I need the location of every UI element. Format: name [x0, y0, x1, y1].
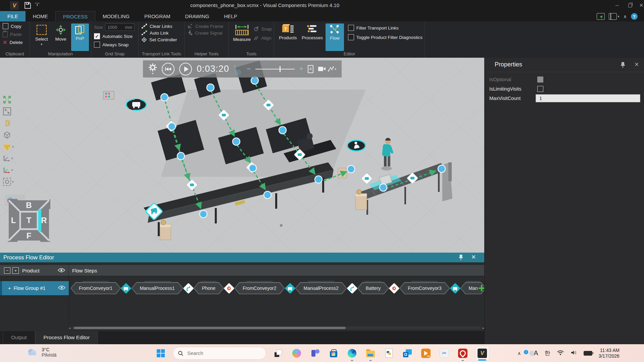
- collapse-all-button[interactable]: −: [4, 267, 10, 274]
- nav-top-label[interactable]: T: [27, 216, 32, 225]
- robot-process-icon[interactable]: [347, 283, 358, 294]
- maxvisitcount-input[interactable]: [536, 94, 640, 102]
- visibility-all-icon[interactable]: [58, 268, 65, 273]
- help-icon[interactable]: ?: [631, 13, 638, 20]
- visual-components-button[interactable]: V: [475, 347, 490, 360]
- origin-frame-button[interactable]: ▾: [3, 166, 13, 174]
- flow-node[interactable]: [207, 84, 214, 91]
- tab-output[interactable]: Output: [3, 331, 35, 344]
- flow-node[interactable]: [315, 176, 322, 183]
- flow-node[interactable]: [161, 94, 168, 101]
- copilot-button[interactable]: [290, 347, 303, 360]
- speed-increase-icon[interactable]: +: [299, 65, 303, 73]
- transport-link-icon[interactable]: [450, 283, 461, 294]
- acrobat-button[interactable]: [456, 347, 469, 360]
- flow-node[interactable]: [233, 138, 240, 145]
- search-input[interactable]: [187, 350, 255, 356]
- move-button[interactable]: Move: [52, 23, 69, 51]
- collapse-ribbon-icon[interactable]: ∧: [624, 14, 627, 19]
- teams-button[interactable]: [309, 347, 321, 360]
- nav-front-label[interactable]: F: [27, 231, 32, 240]
- volume-icon[interactable]: [571, 350, 577, 357]
- clear-links-button[interactable]: Clear Links: [141, 23, 182, 29]
- edge-button[interactable]: [346, 347, 358, 360]
- pfe-horizontal-scrollbar[interactable]: ◂ ▸: [69, 326, 484, 330]
- ribbon-tab-home[interactable]: HOME: [26, 11, 55, 21]
- ime-korean-indicator[interactable]: 한: [545, 349, 550, 357]
- restore-layout-icon[interactable]: [597, 13, 605, 20]
- flow-node[interactable]: [249, 164, 256, 172]
- taskbar-search[interactable]: [173, 347, 266, 360]
- flow-group-plus-icon[interactable]: +: [8, 286, 11, 291]
- toggle-product-filter-diagnostics-checkbox[interactable]: Toggle Product Filter Diagnostics: [348, 34, 423, 40]
- robot-process-icon[interactable]: [183, 283, 194, 294]
- flow-node[interactable]: [279, 126, 286, 134]
- speed-decrease-icon[interactable]: −: [247, 65, 251, 73]
- flow-node[interactable]: [347, 165, 355, 173]
- play-button[interactable]: [179, 63, 192, 75]
- ribbon-tab-help[interactable]: HELP: [217, 11, 245, 21]
- save-icon[interactable]: [23, 1, 32, 9]
- battery-icon[interactable]: [584, 351, 592, 356]
- add-flow-step-button[interactable]: +: [478, 283, 484, 293]
- simulation-speed[interactable]: x 10: [234, 62, 242, 76]
- collapsed-lane-pill[interactable]: [245, 281, 274, 281]
- measure-button[interactable]: Measure: [232, 23, 252, 51]
- flow-step[interactable]: ManualProcess1: [131, 282, 183, 294]
- fit-view-button[interactable]: [3, 95, 11, 104]
- scroll-right-icon[interactable]: ▸: [483, 326, 484, 330]
- file-explorer-button[interactable]: [364, 347, 377, 360]
- outlook-button[interactable]: [401, 347, 414, 360]
- ribbon-tab-process[interactable]: PROCESS: [55, 11, 95, 21]
- pfe-pin-icon[interactable]: [458, 254, 463, 261]
- window-layout-icon[interactable]: [609, 13, 617, 20]
- record-video-icon[interactable]: [318, 67, 324, 71]
- copy-button[interactable]: Copy: [3, 23, 28, 29]
- properties-close-icon[interactable]: ✕: [634, 61, 639, 68]
- filter-transport-links-checkbox[interactable]: Filter Transport Links: [348, 25, 423, 31]
- pfe-close-icon[interactable]: ✕: [471, 254, 476, 261]
- product-filter-icon[interactable]: ✕: [389, 283, 400, 294]
- export-pdf-icon[interactable]: A: [308, 65, 313, 73]
- collapsed-lane-pill[interactable]: [363, 281, 384, 281]
- scroll-left-icon[interactable]: ◂: [69, 326, 70, 330]
- flow-node[interactable]: [438, 165, 445, 172]
- flow-step[interactable]: ManualProcess2: [295, 282, 347, 294]
- select-button[interactable]: Select ▾: [33, 23, 50, 51]
- visibility-icon[interactable]: [58, 286, 65, 291]
- weather-widget[interactable]: 3°CPilvistä: [26, 347, 56, 358]
- flow-node[interactable]: [168, 123, 176, 130]
- app-logo-icon[interactable]: V: [10, 1, 19, 10]
- python-file-button[interactable]: [383, 347, 395, 360]
- wifi-icon[interactable]: [557, 350, 564, 357]
- clock[interactable]: 11:43 AM3/17/2026: [599, 348, 620, 359]
- simulation-settings-button[interactable]: ▾: [148, 63, 157, 75]
- ribbon-tab-drawing[interactable]: DRAWING: [178, 11, 217, 21]
- set-controller-button[interactable]: Set Controller: [141, 37, 182, 43]
- select-dropdown-icon[interactable]: ▾: [41, 43, 42, 45]
- collapsed-lane-pill[interactable]: [306, 281, 336, 281]
- collapsed-lane-pill[interactable]: [410, 281, 439, 281]
- islimitingvisits-checkbox[interactable]: [537, 86, 543, 92]
- product-filter-icon[interactable]: ✕: [224, 283, 235, 294]
- simulation-mode-button[interactable]: ▾: [328, 66, 336, 72]
- collapsed-lane-pill[interactable]: [143, 281, 172, 281]
- nav-back-label[interactable]: B: [26, 201, 32, 210]
- products-button[interactable]: T Products: [277, 23, 299, 51]
- flow-node[interactable]: [251, 77, 258, 84]
- wireframe-render-button[interactable]: [3, 131, 11, 139]
- flow-button[interactable]: Flow: [326, 23, 344, 51]
- frame-display-button[interactable]: ▾: [3, 154, 13, 163]
- collapsed-lane-pill[interactable]: [199, 281, 218, 281]
- delete-button[interactable]: ✕Delete: [3, 39, 28, 46]
- flow-step[interactable]: FromConveyor3: [399, 282, 450, 294]
- flow-step[interactable]: FromConveyor2: [234, 282, 285, 294]
- tray-chevron-up-icon[interactable]: ∧: [517, 351, 521, 356]
- transport-link-icon[interactable]: [121, 283, 132, 294]
- tab-process-flow-editor[interactable]: Process Flow Editor: [35, 331, 98, 344]
- microsoft-store-button[interactable]: [327, 347, 340, 360]
- ribbon-tab-program[interactable]: PROGRAM: [137, 11, 178, 21]
- processes-button[interactable]: Processes: [300, 23, 324, 51]
- lighting-button[interactable]: [3, 119, 11, 127]
- viewport-3d[interactable]: ▾ 0:03:20 x 10 − + A ▾ ▾: [0, 58, 484, 253]
